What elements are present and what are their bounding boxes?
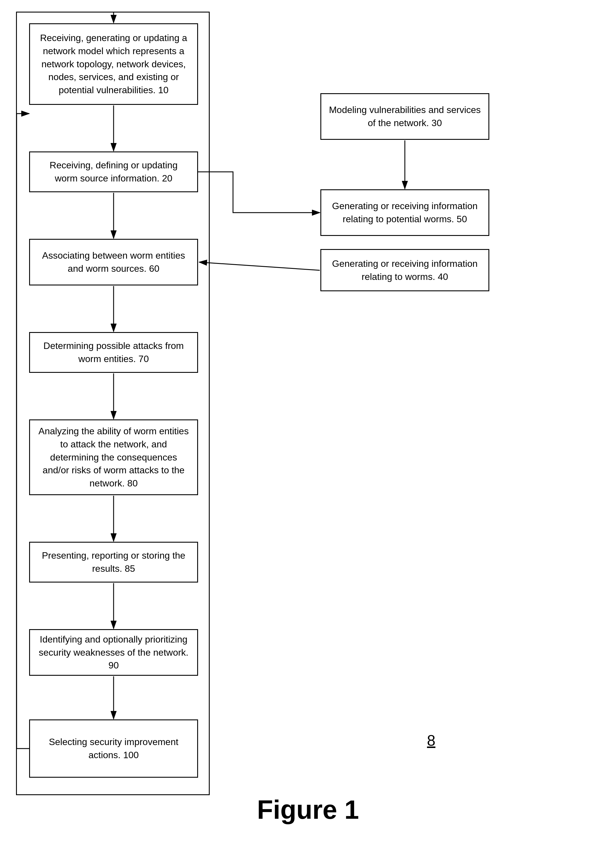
box-20-label: Receiving, defining or updating worm sou… [37,159,190,185]
box-50-label: Generating or receiving information rela… [329,200,481,226]
box-70: Determining possible attacks from worm e… [29,332,198,373]
box-50: Generating or receiving information rela… [320,189,489,236]
box-100-label: Selecting security improvement actions. … [37,735,190,762]
diagram-container: Receiving, generating or updating a netw… [0,0,616,854]
box-30-label: Modeling vulnerabilities and services of… [329,104,481,130]
figure-number: 8 [427,732,435,749]
box-90-label: Identifying and optionally prioritizing … [37,633,190,672]
box-20: Receiving, defining or updating worm sou… [29,151,198,192]
box-80: Analyzing the ability of worm entities t… [29,419,198,495]
box-40: Generating or receiving information rela… [320,249,489,291]
box-60-label: Associating between worm entities and wo… [37,249,190,275]
box-30: Modeling vulnerabilities and services of… [320,93,489,140]
box-70-label: Determining possible attacks from worm e… [37,339,190,366]
svg-line-10 [199,262,320,270]
figure-label: Figure 1 [257,795,359,825]
box-85-label: Presenting, reporting or storing the res… [37,549,190,575]
box-10-label: Receiving, generating or updating a netw… [37,32,190,97]
box-60: Associating between worm entities and wo… [29,239,198,285]
box-100: Selecting security improvement actions. … [29,720,198,778]
box-10: Receiving, generating or updating a netw… [29,23,198,105]
box-85: Presenting, reporting or storing the res… [29,542,198,583]
box-40-label: Generating or receiving information rela… [329,257,481,284]
outer-rectangle [16,12,210,795]
box-90: Identifying and optionally prioritizing … [29,629,198,676]
box-80-label: Analyzing the ability of worm entities t… [37,425,190,490]
